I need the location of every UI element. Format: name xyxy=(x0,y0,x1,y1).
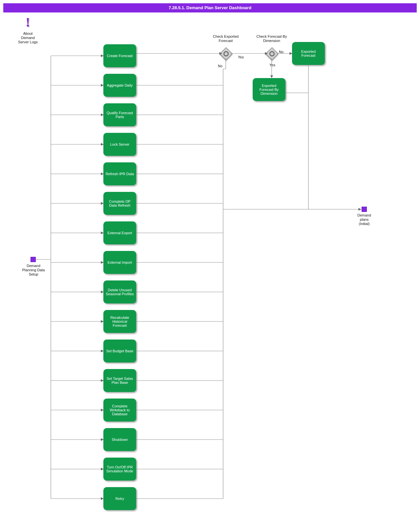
activity-recalc-historical-forecast[interactable]: Recalculate Historical Forecast xyxy=(103,310,136,333)
activity-toggle-ipr-simulation[interactable]: Turn On/Off IPR Simulation Mode xyxy=(103,458,136,481)
activity-exported-forecast-by-dimension[interactable]: Exported Forecast By Dimension xyxy=(253,78,285,101)
edge-label-g2-yes: Yes xyxy=(269,63,275,67)
activity-create-forecast[interactable]: Create Forecast xyxy=(103,44,136,67)
page-title: 7.28.5.1. Demand Plan Server Dashboard xyxy=(3,3,417,12)
activity-external-export[interactable]: External Export xyxy=(103,221,136,244)
activity-set-budget-base[interactable]: Set Budget Base xyxy=(103,340,136,362)
end-label: Demand plans (Initial) xyxy=(354,213,374,226)
end-node[interactable] xyxy=(362,207,367,212)
activity-delete-unused-seasonal-profiles[interactable]: Detele Unused Seasonal Profiles xyxy=(103,280,136,303)
activity-qualify-forecast-parts[interactable]: Qualify Forecast Parts xyxy=(103,103,136,126)
activity-lock-server[interactable]: Lock Server xyxy=(103,133,136,156)
activity-aggregate-daily[interactable]: Aggregate Daily xyxy=(103,74,136,97)
activity-shutdown[interactable]: Shutdown xyxy=(103,428,136,451)
about-label: About Demand Server Logs xyxy=(16,31,39,44)
gateway-check-exported-forecast[interactable] xyxy=(220,47,233,60)
gateway1-label: Check Exported Forecast xyxy=(213,34,239,43)
activity-complete-dp-data-refresh[interactable]: Complete DP Data Refresh xyxy=(103,192,136,215)
start-node[interactable] xyxy=(31,257,36,262)
activity-complete-writeback[interactable]: Complete Writeback to Database xyxy=(103,399,136,422)
start-label: Demand Planning Data Setup xyxy=(22,264,45,277)
activity-exported-forecast[interactable]: Exported Forecast xyxy=(292,42,325,65)
edge-label-g1-no: No xyxy=(218,64,222,68)
activity-retry[interactable]: Retry xyxy=(103,487,136,510)
gateway-check-forecast-by-dimension[interactable] xyxy=(265,47,279,60)
flow-lines: .ln { stroke:#888888; stroke-width:1.2; … xyxy=(0,0,420,515)
gateway2-label: Check Forecast By Dimension xyxy=(255,34,288,43)
activity-external-import[interactable]: External Import xyxy=(103,251,136,274)
warning-icon: ! xyxy=(26,16,30,28)
edge-label-g2-no: No xyxy=(279,50,284,54)
activity-refresh-ipr-data[interactable]: Refresh IPR Data xyxy=(103,162,136,185)
edge-label-g1-yes: Yes xyxy=(238,55,244,59)
activity-set-target-sales-plan-base[interactable]: Set Target Sales Plan Base xyxy=(103,369,136,392)
